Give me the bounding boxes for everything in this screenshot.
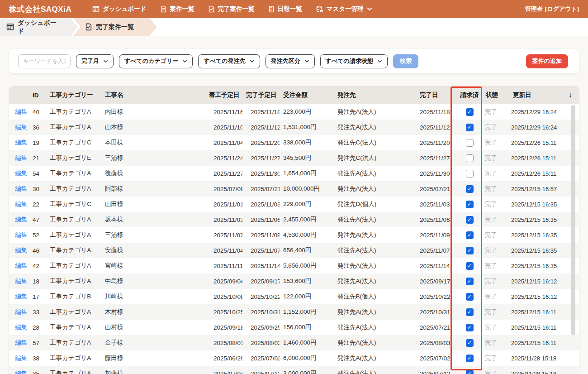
edit-link[interactable]: 編集 <box>15 231 27 238</box>
row-name: 中島様 <box>101 273 205 289</box>
edit-link[interactable]: 編集 <box>15 108 27 115</box>
logout-link[interactable]: [ログアウト] <box>545 5 579 13</box>
table-row: 編集36工事カテゴリA山本様2025/11/102025/11/121,531,… <box>9 120 579 135</box>
completion-month-select[interactable]: 完了月 <box>76 54 114 68</box>
search-button[interactable]: 検索 <box>393 54 418 68</box>
row-updated: 2025/12/15 16:35 <box>509 227 562 243</box>
vertical-scrollbar[interactable] <box>571 105 575 335</box>
row-name: 宮崎様 <box>101 258 205 273</box>
row-start-date: 2025/11/11 <box>205 258 242 273</box>
chevron-down-icon <box>182 60 187 63</box>
row-updated: 2025/12/15 16:35 <box>509 212 562 227</box>
invoiced-checkbox[interactable]: ✓ <box>466 247 474 254</box>
row-status: 完了 <box>482 289 509 304</box>
row-name: 本田様 <box>101 135 205 150</box>
invoiced-checkbox[interactable]: ✓ <box>466 216 474 224</box>
invoice-status-select[interactable]: すべての請求状態 <box>320 54 388 68</box>
row-done-date: 2025/11/03 <box>416 197 457 212</box>
invoiced-checkbox[interactable]: ✓ <box>466 262 474 270</box>
row-updated: 2025/12/29 16:24 <box>509 104 562 120</box>
table-row: 編集47工事カテゴリA坂本様2025/11/032025/11/062,455,… <box>9 212 579 227</box>
edit-link[interactable]: 編集 <box>15 293 27 300</box>
row-status: 完了 <box>482 197 509 212</box>
row-end-date: 2025/09/17 <box>242 273 280 289</box>
row-end-date: 2025/10/31 <box>242 304 280 320</box>
edit-link[interactable]: 編集 <box>15 185 27 192</box>
client-type-select[interactable]: 発注先区分 <box>266 54 315 68</box>
nav-item-master-management[interactable]: マスター管理 <box>316 5 372 13</box>
breadcrumb-completed-projects[interactable]: 完了案件一覧 <box>73 18 157 36</box>
row-done-date: 2025/11/27 <box>416 150 457 166</box>
row-name: 三浦様 <box>101 227 205 243</box>
table-row: 編集40工事カテゴリA内田様2025/11/162025/11/18223,00… <box>9 104 579 120</box>
invoiced-checkbox[interactable]: ✓ <box>466 308 474 316</box>
edit-link[interactable]: 編集 <box>15 262 27 269</box>
edit-link[interactable]: 編集 <box>15 324 27 331</box>
edit-link[interactable]: 編集 <box>15 139 27 146</box>
invoiced-checkbox[interactable]: ✓ <box>466 278 474 285</box>
col-end-date: 完了予定日 <box>242 86 280 104</box>
row-amount: 156,000円 <box>280 320 334 335</box>
invoiced-checkbox[interactable]: ✓ <box>466 185 474 193</box>
edit-link[interactable]: 編集 <box>15 201 27 207</box>
dashboard-icon <box>6 23 14 31</box>
nav-item-daily-reports[interactable]: 日報一覧 <box>268 5 302 13</box>
row-amount: 656,400円 <box>280 243 334 258</box>
row-start-date: 2025/08/01 <box>205 335 242 350</box>
nav-item-completed-projects[interactable]: 完了案件一覧 <box>208 5 255 13</box>
invoiced-checkbox[interactable]: ✓ <box>466 324 474 331</box>
invoiced-checkbox[interactable]: ✓ <box>466 293 474 301</box>
invoiced-checkbox[interactable]: ✓ <box>466 124 474 131</box>
edit-link[interactable]: 編集 <box>15 124 27 130</box>
nav-item-projects[interactable]: 案件一覧 <box>160 5 194 13</box>
edit-link[interactable]: 編集 <box>15 247 27 254</box>
sort-descending-icon[interactable]: ↓ <box>562 86 579 104</box>
table-row: 編集35工事カテゴリA加藤様2025/07/042025/07/123,000,… <box>9 366 579 374</box>
row-status: 完了 <box>482 227 509 243</box>
brand-logo: 株式会社SAQXiA <box>9 4 71 14</box>
row-status: 完了 <box>482 104 509 120</box>
row-end-date: 2025/07/21 <box>242 181 280 197</box>
edit-link[interactable]: 編集 <box>15 170 27 177</box>
invoiced-checkbox[interactable]: ✓ <box>466 201 474 208</box>
invoiced-checkbox[interactable]: ✓ <box>466 355 474 362</box>
invoiced-checkbox[interactable] <box>466 154 474 162</box>
edit-link[interactable]: 編集 <box>15 278 27 284</box>
row-status: 完了 <box>482 366 509 374</box>
row-done-date: 2025/07/02 <box>416 350 457 366</box>
invoiced-checkbox[interactable]: ✓ <box>466 339 474 347</box>
row-id: 33 <box>29 304 46 320</box>
invoiced-checkbox[interactable]: ✓ <box>466 370 474 374</box>
keyword-search-input[interactable] <box>18 54 71 68</box>
table-row: 編集21工事カテゴリE三浦様2025/11/242025/11/27345,50… <box>9 150 579 166</box>
edit-link[interactable]: 編集 <box>15 339 27 346</box>
edit-link[interactable]: 編集 <box>15 355 27 361</box>
edit-link[interactable]: 編集 <box>15 370 27 374</box>
row-client: 発注先A(法人) <box>334 258 416 273</box>
row-status: 完了 <box>482 320 509 335</box>
row-amount: 4,530,000円 <box>280 227 334 243</box>
row-start-date: 2025/11/07 <box>205 227 242 243</box>
nav-item-dashboard[interactable]: ダッシュボード <box>92 5 146 13</box>
invoiced-checkbox[interactable] <box>466 139 474 147</box>
invoiced-checkbox[interactable] <box>466 170 474 177</box>
table-row: 編集17工事カテゴリB川崎様2025/10/082025/10/22122,00… <box>9 289 579 304</box>
invoiced-checkbox[interactable]: ✓ <box>466 231 474 239</box>
add-project-button[interactable]: 案件の追加 <box>526 54 568 68</box>
row-updated: 2025/12/15 16:35 <box>509 258 562 273</box>
edit-link[interactable]: 編集 <box>15 216 27 223</box>
row-updated: 2025/12/15 16:57 <box>509 181 562 197</box>
row-name: 坂本様 <box>101 212 205 227</box>
category-select[interactable]: すべてのカテゴリー <box>119 54 193 68</box>
col-category: 工事カテゴリー <box>46 86 101 104</box>
row-end-date: 2025/11/27 <box>242 150 280 166</box>
row-start-date: 2025/11/24 <box>205 150 242 166</box>
invoiced-checkbox[interactable]: ✓ <box>466 108 474 116</box>
client-select[interactable]: すべての発注先 <box>198 54 260 68</box>
edit-link[interactable]: 編集 <box>15 308 27 315</box>
table-row: 編集38工事カテゴリA藤田様2025/06/292025/07/026,000,… <box>9 350 579 366</box>
breadcrumb-dashboard[interactable]: ダッシュボード <box>0 18 78 36</box>
edit-link[interactable]: 編集 <box>15 154 27 161</box>
row-updated: 2025/12/15 16:11 <box>509 320 562 335</box>
row-amount: 122,000円 <box>280 289 334 304</box>
